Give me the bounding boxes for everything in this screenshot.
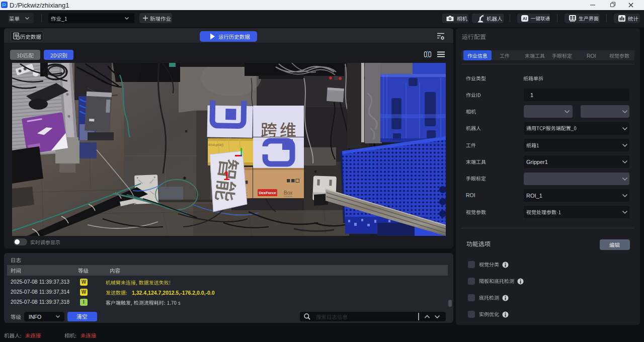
svg-text:DexForce: DexForce xyxy=(208,143,223,147)
svg-text:DexForce: DexForce xyxy=(259,191,276,195)
svg-text:AI: AI xyxy=(523,16,527,21)
svg-text:Box: Box xyxy=(284,190,292,196)
svg-text:1: 1 xyxy=(223,169,230,183)
